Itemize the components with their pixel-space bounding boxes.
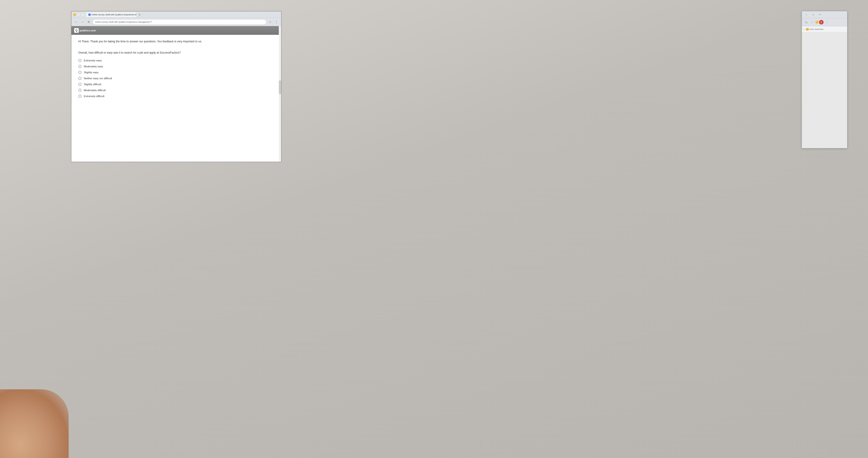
other-bookmarks-label: Other bookmarks	[809, 28, 824, 30]
back-button[interactable]: ←	[73, 19, 79, 25]
second-star-icon[interactable]: ☆	[809, 20, 815, 25]
radio-option-opt6[interactable]: Moderately difficult	[78, 89, 274, 92]
address-bar[interactable]: Online Survey | Built with Qualtrics Exp…	[92, 19, 267, 25]
radio-circle-opt1	[78, 59, 82, 62]
favicon-icon	[88, 13, 91, 16]
reload-button[interactable]: ↻	[86, 19, 92, 25]
menu-button[interactable]: ⋮	[274, 19, 279, 25]
second-tab-icon	[815, 21, 818, 24]
browser-window: Online Survey | Built with Qualtrics Exp…	[71, 11, 281, 162]
radio-label-opt2: Moderately easy	[84, 65, 103, 68]
logo-text: qualtrics.com	[80, 29, 96, 32]
browser-toolbar: ← → ↻ Online Survey | Built with Qualtri…	[71, 18, 281, 26]
radio-option-opt5[interactable]: Slightly difficult	[78, 83, 274, 86]
radio-option-opt2[interactable]: Moderately easy	[78, 65, 274, 68]
minimize-button[interactable]	[73, 13, 76, 16]
scrollbar[interactable]	[279, 26, 281, 162]
address-text: Online Survey | Built with Qualtrics Exp…	[95, 21, 152, 23]
radio-label-opt5: Slightly difficult	[84, 83, 101, 86]
radio-circle-opt4	[78, 77, 82, 80]
user-avatar: C	[819, 20, 824, 25]
second-browser-window: – □ × 🔍 ☆ C ⋮ » Other bookmarks	[802, 11, 847, 148]
question-text: Overall, how difficult or easy was it to…	[78, 51, 274, 55]
bookmark-button[interactable]: ☆	[267, 19, 273, 25]
radio-label-opt6: Moderately difficult	[84, 89, 106, 92]
logo-q-icon: Q	[74, 28, 79, 33]
second-menu-icon[interactable]: ⋮	[824, 20, 830, 25]
hand-overlay	[0, 389, 69, 458]
back-icon: ←	[74, 20, 78, 24]
radio-label-opt3: Slightly easy	[84, 71, 99, 74]
scrollbar-thumb[interactable]	[279, 81, 281, 94]
radio-circle-opt7	[78, 95, 82, 98]
close-button[interactable]	[82, 13, 84, 16]
qualtrics-logo: Q qualtrics.com	[74, 28, 96, 33]
radio-option-opt1[interactable]: Extremely easy	[78, 59, 274, 62]
survey-body[interactable]: Hi There. Thank you for taking the time …	[71, 35, 281, 162]
radio-circle-opt3	[78, 71, 82, 74]
window-controls	[73, 13, 84, 16]
radio-circle-opt5	[78, 83, 82, 86]
bookmarks-chevron: »	[803, 28, 804, 30]
intro-text: Hi There. Thank you for taking the time …	[78, 39, 274, 44]
radio-option-opt4[interactable]: Neither easy nor difficult	[78, 77, 274, 80]
new-tab-button[interactable]: +	[137, 12, 142, 17]
radio-circle-opt2	[78, 65, 82, 68]
radio-label-opt7: Extremely difficult	[84, 95, 104, 97]
other-bookmarks-folder[interactable]: Other bookmarks	[806, 28, 824, 30]
second-search-icon[interactable]: 🔍	[803, 20, 809, 25]
radio-options: Extremely easyModerately easySlightly ea…	[78, 59, 274, 98]
qualtrics-header: Q qualtrics.com	[71, 26, 281, 35]
folder-icon	[806, 28, 809, 30]
forward-icon: →	[81, 20, 84, 24]
reload-icon: ↻	[88, 20, 90, 24]
tab-title: Online Survey | Built with Qualtrics Exp…	[92, 13, 136, 16]
laptop-screen: Online Survey | Built with Qualtrics Exp…	[71, 11, 282, 162]
radio-option-opt3[interactable]: Slightly easy	[78, 71, 274, 74]
radio-option-opt7[interactable]: Extremely difficult	[78, 95, 274, 98]
forward-button[interactable]: →	[80, 19, 85, 25]
second-minimize-button[interactable]: –	[804, 12, 809, 18]
menu-icon: ⋮	[275, 20, 278, 24]
browser-tab[interactable]: Online Survey | Built with Qualtrics Exp…	[86, 12, 136, 17]
second-window-body: 🔍 ☆ C ⋮ » Other bookmarks	[802, 18, 847, 148]
browser-titlebar: Online Survey | Built with Qualtrics Exp…	[71, 11, 281, 18]
radio-circle-opt6	[78, 89, 82, 92]
second-restore-button[interactable]: □	[810, 12, 816, 18]
radio-label-opt1: Extremely easy	[84, 59, 102, 62]
second-toolbar: 🔍 ☆ C ⋮	[802, 18, 847, 26]
second-content-area	[802, 32, 847, 148]
bookmarks-bar: » Other bookmarks	[802, 26, 847, 32]
radio-label-opt4: Neither easy nor difficult	[84, 77, 112, 80]
second-close-button[interactable]: ×	[817, 12, 823, 18]
second-titlebar: – □ ×	[802, 11, 847, 18]
survey-content: Q qualtrics.com Hi There. Thank you for …	[71, 26, 281, 162]
star-icon: ☆	[269, 20, 272, 24]
restore-button[interactable]	[78, 13, 80, 16]
